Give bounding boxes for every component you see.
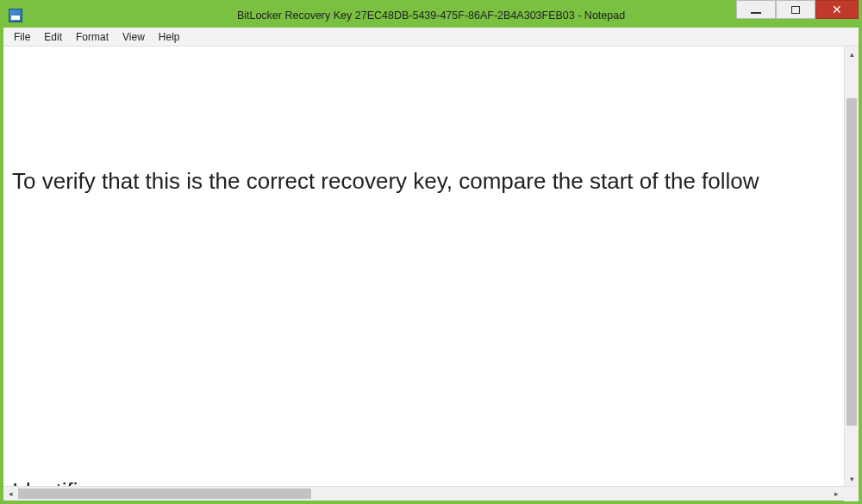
menubar: File Edit Format View Help <box>3 28 859 47</box>
horizontal-scrollbar[interactable]: ◂ ▸ <box>3 486 859 501</box>
scroll-up-arrow-icon[interactable]: ▴ <box>845 47 859 61</box>
scroll-down-arrow-icon[interactable]: ▾ <box>845 471 859 486</box>
content-area: To verify that this is the correct recov… <box>3 47 859 486</box>
horizontal-scroll-track[interactable] <box>18 487 829 501</box>
menu-view[interactable]: View <box>116 29 152 45</box>
identifier-label: Identifier: <box>12 465 839 486</box>
scroll-left-arrow-icon[interactable]: ◂ <box>3 487 18 501</box>
maximize-button[interactable] <box>776 0 815 19</box>
window-controls: ✕ <box>736 3 859 28</box>
text-line-blank <box>12 310 839 362</box>
maximize-icon <box>791 6 800 14</box>
scroll-right-arrow-icon[interactable]: ▸ <box>829 487 844 501</box>
menu-format[interactable]: Format <box>69 29 116 45</box>
minimize-icon <box>751 12 761 14</box>
minimize-button[interactable] <box>736 0 776 19</box>
text-editor[interactable]: To verify that this is the correct recov… <box>3 47 844 486</box>
horizontal-scroll-thumb[interactable] <box>18 488 311 499</box>
vertical-scroll-thumb[interactable] <box>846 98 857 426</box>
text-line: To verify that this is the correct recov… <box>12 155 839 207</box>
menu-help[interactable]: Help <box>152 29 187 45</box>
titlebar[interactable]: BitLocker Recovery Key 27EC48DB-5439-475… <box>3 3 859 28</box>
close-button[interactable]: ✕ <box>815 0 859 19</box>
vertical-scrollbar[interactable]: ▴ ▾ <box>844 47 859 486</box>
notepad-icon <box>9 9 22 22</box>
window-title: BitLocker Recovery Key 27EC48DB-5439-475… <box>3 9 859 22</box>
scrollbar-corner <box>844 487 859 501</box>
notepad-window: BitLocker Recovery Key 27EC48DB-5439-475… <box>0 0 862 504</box>
close-icon: ✕ <box>832 3 842 16</box>
menu-file[interactable]: File <box>7 29 37 45</box>
menu-edit[interactable]: Edit <box>37 29 69 45</box>
